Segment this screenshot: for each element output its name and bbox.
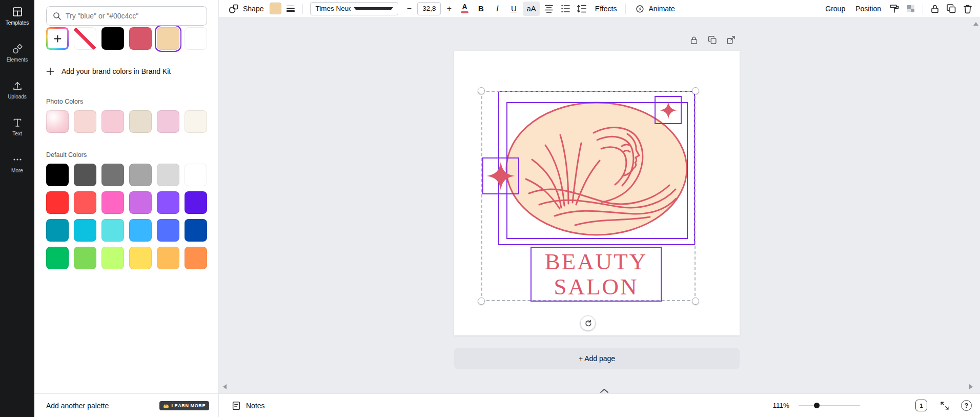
trash-icon (962, 3, 973, 14)
color-swatch[interactable] (185, 247, 207, 269)
transparency-button[interactable] (904, 2, 918, 16)
color-swatch[interactable] (129, 27, 152, 50)
color-swatch[interactable] (74, 219, 96, 242)
search-input[interactable] (66, 12, 200, 20)
text-case-button[interactable]: aA (523, 2, 539, 16)
group-button[interactable]: Group (821, 3, 849, 15)
bold-button[interactable]: B (474, 2, 488, 16)
color-swatch[interactable] (157, 164, 179, 186)
fullscreen-button[interactable] (940, 401, 950, 411)
color-swatch[interactable] (185, 27, 207, 50)
color-swatch[interactable] (157, 191, 179, 214)
color-swatch[interactable] (157, 110, 179, 133)
color-swatch[interactable] (129, 247, 152, 269)
default-colors-row-3 (46, 219, 218, 242)
help-button[interactable]: ? (961, 400, 972, 411)
color-swatch[interactable] (74, 164, 96, 186)
color-swatch[interactable] (129, 219, 152, 242)
logo-text-element[interactable]: BEAUTY SALON (530, 247, 662, 302)
shape-button[interactable]: Shape (224, 1, 268, 16)
animate-label: Animate (648, 5, 675, 13)
color-swatch[interactable] (185, 164, 207, 186)
color-swatch[interactable] (46, 191, 69, 214)
add-page-button[interactable]: + Add page (454, 348, 740, 369)
color-swatch[interactable] (101, 219, 124, 242)
position-button[interactable]: Position (851, 3, 885, 15)
color-swatch[interactable] (46, 164, 69, 186)
color-swatch[interactable] (101, 191, 124, 214)
color-swatch[interactable] (129, 110, 152, 133)
zoom-percentage: 111% (772, 402, 789, 409)
color-swatch[interactable] (101, 247, 124, 269)
duplicate-page-button[interactable] (707, 35, 718, 45)
scroll-up-arrow[interactable] (973, 22, 978, 26)
italic-button[interactable]: I (490, 2, 504, 16)
animate-button[interactable]: Animate (630, 2, 679, 16)
copy-style-button[interactable] (887, 2, 902, 16)
scroll-right-arrow[interactable] (969, 384, 973, 389)
lock-button[interactable] (928, 2, 942, 16)
search-box[interactable] (46, 6, 207, 26)
color-swatch-gradient[interactable] (46, 110, 69, 133)
duplicate-button[interactable] (944, 2, 958, 16)
move-page-button[interactable] (726, 35, 736, 45)
selection-handle-se[interactable] (692, 297, 699, 305)
canvas-area[interactable]: BEAUTY SALON + Add page (219, 17, 980, 393)
color-swatch[interactable] (101, 164, 124, 186)
fill-color-button[interactable] (270, 3, 281, 14)
sidebar-item-uploads[interactable]: Uploads (0, 74, 34, 111)
color-swatch-selected[interactable] (157, 27, 179, 50)
selection-handle-nw[interactable] (478, 87, 485, 94)
expand-icon (940, 401, 950, 411)
page-indicator[interactable]: 1 (915, 400, 927, 411)
color-swatch[interactable] (74, 110, 96, 133)
text-align-button[interactable] (542, 2, 556, 16)
color-swatch[interactable] (101, 110, 124, 133)
zoom-slider[interactable] (799, 401, 860, 410)
sidebar-item-more[interactable]: More (0, 148, 34, 185)
color-swatch[interactable] (129, 164, 152, 186)
border-style-button[interactable] (283, 2, 298, 16)
add-palette-button[interactable]: Add another palette (46, 402, 109, 410)
notes-button[interactable]: Notes (227, 398, 269, 413)
font-size-input[interactable]: 32,8 (417, 2, 441, 15)
color-swatch[interactable] (185, 191, 207, 214)
rotate-handle[interactable] (580, 315, 596, 331)
statusbar-right: 111% 1 ? (772, 400, 972, 411)
effects-button[interactable]: Effects (591, 3, 621, 15)
spacing-button[interactable] (575, 2, 589, 16)
font-selector[interactable]: Times Neue Rom... (310, 2, 398, 15)
sidebar-item-elements[interactable]: Elements (0, 37, 34, 74)
color-swatch[interactable] (46, 247, 69, 269)
sparkle-element-left[interactable] (482, 157, 519, 194)
color-swatch[interactable] (129, 191, 152, 214)
delete-button[interactable] (961, 2, 975, 16)
no-color-swatch[interactable] (74, 27, 96, 50)
add-color-button[interactable] (46, 27, 69, 50)
collapse-panel-tab[interactable] (598, 386, 611, 393)
font-size-decrease-button[interactable]: − (403, 2, 415, 15)
color-swatch[interactable] (74, 247, 96, 269)
color-swatch[interactable] (74, 191, 96, 214)
color-swatch[interactable] (157, 247, 179, 269)
learn-more-badge[interactable]: LEARN MORE (159, 401, 210, 410)
selection-handle-sw[interactable] (478, 297, 485, 305)
text-color-button[interactable]: A (457, 2, 472, 16)
zoom-slider-knob[interactable] (814, 403, 820, 408)
scroll-left-arrow[interactable] (223, 384, 227, 389)
brand-kit-button[interactable]: Add your brand colors in Brand Kit (46, 67, 218, 75)
color-swatch[interactable] (46, 219, 69, 242)
sidebar-item-templates[interactable]: Templates (0, 0, 34, 37)
color-swatch[interactable] (185, 110, 207, 133)
duplicate-icon (707, 35, 718, 45)
lock-page-button[interactable] (689, 35, 699, 45)
sparkle-element-top-right[interactable] (655, 96, 682, 124)
sidebar-item-text[interactable]: Text (0, 111, 34, 148)
list-button[interactable] (558, 2, 573, 16)
color-swatch[interactable] (157, 219, 179, 242)
color-swatch[interactable] (101, 27, 124, 50)
color-swatch[interactable] (185, 219, 207, 242)
selection-handle-ne[interactable] (692, 87, 699, 94)
underline-button[interactable]: U (506, 2, 521, 16)
font-size-increase-button[interactable]: + (443, 2, 455, 15)
